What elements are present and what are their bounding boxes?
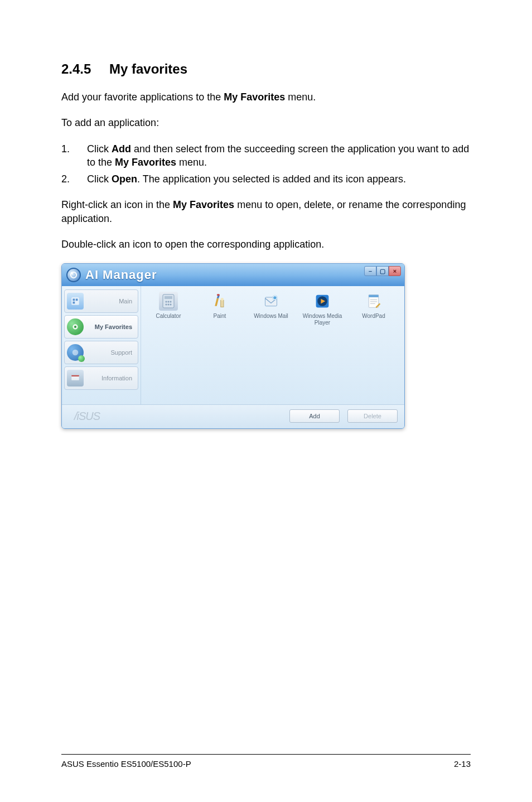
- brand-logo: /iSUS: [69, 410, 282, 423]
- sidebar-item-main[interactable]: Main: [64, 289, 138, 313]
- footer-right: 2-13: [454, 759, 471, 769]
- section-heading: 2.4.5My favorites: [61, 61, 471, 77]
- text: . The application you selected is added …: [137, 173, 406, 185]
- favorites-icon: [67, 318, 84, 335]
- footer-left: ASUS Essentio ES5100/ES5100-P: [61, 759, 191, 769]
- minimize-button[interactable]: –: [364, 266, 376, 276]
- sidebar-item-label: Main: [87, 298, 134, 305]
- svg-rect-3: [73, 299, 75, 301]
- svg-point-16: [166, 304, 167, 306]
- svg-point-21: [221, 298, 224, 301]
- text: menu.: [176, 157, 207, 168]
- delete-button[interactable]: Delete: [347, 409, 398, 423]
- text-bold: My Favorites: [224, 91, 285, 103]
- wordpad-icon: [364, 292, 383, 311]
- button-label: Add: [309, 413, 320, 419]
- sidebar-item-my-favorites[interactable]: My Favorites: [64, 315, 138, 339]
- close-button[interactable]: ×: [389, 266, 401, 276]
- svg-point-19: [217, 294, 220, 296]
- calculator-icon: [159, 292, 178, 311]
- svg-point-17: [168, 304, 170, 306]
- favorite-label: Paint: [214, 313, 226, 326]
- svg-point-15: [170, 301, 172, 303]
- para-rightclick: Right-click an icon in the My Favorites …: [61, 198, 471, 225]
- text-bold: My Favorites: [115, 157, 176, 168]
- intro-para-1: Add your favorite applications to the My…: [61, 90, 471, 104]
- app-logo-icon: [66, 268, 81, 282]
- text: Add your favorite applications to the: [61, 91, 224, 103]
- favorite-app-wordpad[interactable]: WordPad: [352, 292, 395, 326]
- section-title: My favorites: [109, 61, 187, 76]
- support-icon: [67, 344, 84, 361]
- favorite-label: WordPad: [362, 313, 385, 326]
- main-icon: [67, 293, 84, 310]
- sidebar: Main My Favorites Support Information: [62, 286, 141, 404]
- svg-point-8: [72, 350, 79, 356]
- text: menu.: [285, 91, 316, 103]
- information-icon: [67, 370, 84, 386]
- step-number: 1.: [61, 142, 87, 170]
- favorite-label: Windows Mail: [254, 313, 288, 326]
- para-doubleclick: Double-click an icon to open the corresp…: [61, 238, 471, 251]
- minimize-icon: –: [369, 268, 372, 274]
- favorite-app-paint[interactable]: Paint: [198, 292, 241, 326]
- section-number: 2.4.5: [61, 61, 109, 77]
- maximize-icon: ▢: [380, 268, 385, 275]
- svg-point-18: [170, 304, 172, 306]
- svg-rect-20: [221, 301, 224, 307]
- sidebar-item-label: My Favorites: [87, 323, 134, 330]
- svg-rect-10: [71, 375, 79, 376]
- sidebar-item-support[interactable]: Support: [64, 341, 138, 364]
- text-bold: My Favorites: [173, 199, 234, 210]
- ai-manager-window: AI Manager – ▢ × Main My Favorites: [61, 263, 405, 429]
- maximize-button[interactable]: ▢: [376, 266, 389, 276]
- text: Click: [87, 173, 112, 185]
- step-number: 2.: [61, 172, 87, 186]
- svg-rect-5: [73, 302, 75, 304]
- steps-list: 1. Click Add and then select from the su…: [61, 142, 471, 186]
- text: Click: [87, 143, 112, 154]
- svg-rect-4: [76, 299, 78, 301]
- window-title: AI Manager: [85, 268, 157, 282]
- sidebar-item-label: Support: [87, 349, 134, 356]
- favorite-app-windows-mail[interactable]: Windows Mail: [249, 292, 293, 326]
- sidebar-item-information[interactable]: Information: [64, 366, 138, 390]
- window-controls: – ▢ ×: [364, 266, 401, 276]
- svg-rect-2: [71, 298, 79, 306]
- svg-rect-12: [165, 296, 172, 299]
- favorite-app-calculator[interactable]: Calculator: [147, 292, 190, 326]
- step-text: Click Add and then select from the succe…: [87, 142, 471, 170]
- svg-point-7: [74, 326, 76, 328]
- paint-icon: [210, 292, 229, 311]
- text-bold: Open: [112, 173, 137, 185]
- content-pane: Calculator Paint Windows Mail: [141, 286, 404, 404]
- page-footer: ASUS Essentio ES5100/ES5100-P 2-13: [61, 754, 471, 769]
- svg-point-14: [168, 301, 170, 303]
- add-button[interactable]: Add: [289, 409, 340, 423]
- favorite-label: Windows Media Player: [301, 313, 344, 326]
- button-label: Delete: [364, 413, 381, 419]
- close-icon: ×: [393, 268, 396, 274]
- media-player-icon: [313, 292, 332, 311]
- window-body: Main My Favorites Support Information: [62, 286, 404, 404]
- svg-rect-28: [369, 295, 379, 297]
- favorite-app-windows-media-player[interactable]: Windows Media Player: [301, 292, 344, 326]
- sidebar-item-label: Information: [87, 375, 134, 381]
- svg-point-13: [166, 301, 167, 303]
- mail-icon: [262, 292, 280, 311]
- step-item: 1. Click Add and then select from the su…: [61, 142, 471, 170]
- step-text: Click Open. The application you selected…: [87, 172, 471, 186]
- intro-para-2: To add an application:: [61, 116, 471, 129]
- text-bold: Add: [112, 143, 131, 154]
- window-footer: /iSUS Add Delete: [62, 404, 404, 428]
- favorite-label: Calculator: [156, 313, 181, 326]
- favorites-grid: Calculator Paint Windows Mail: [147, 292, 399, 326]
- titlebar[interactable]: AI Manager – ▢ ×: [62, 264, 404, 286]
- text: Right-click an icon in the: [61, 199, 173, 210]
- step-item: 2. Click Open. The application you selec…: [61, 172, 471, 186]
